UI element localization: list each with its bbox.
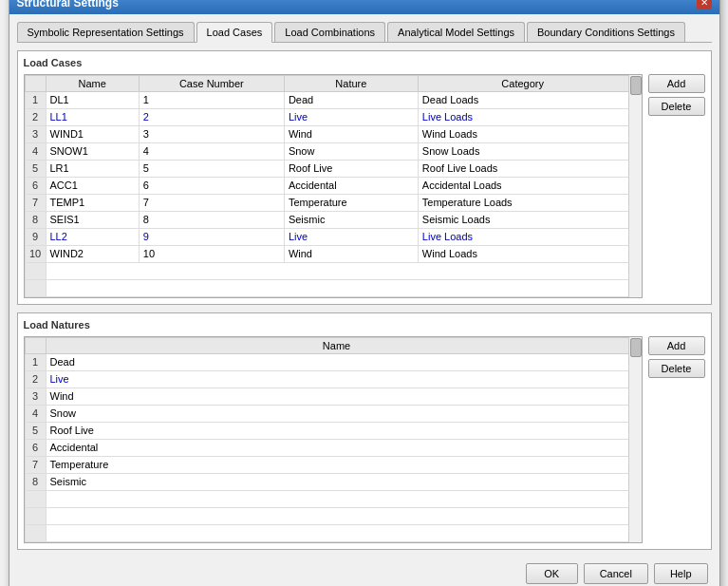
row-num: 8 [25,211,46,228]
row-nature: Seismic [284,211,418,228]
empty-row-num [25,524,46,541]
load-natures-scrollbar-thumb [630,338,642,357]
row-num: 3 [25,125,46,142]
load-cases-header-row: Name Case Number Nature Category [25,75,641,91]
row-num: 7 [25,194,46,211]
table-row[interactable]: 1 Dead [25,353,641,370]
help-button[interactable]: Help [654,563,708,584]
main-content: Symbolic Representation Settings Load Ca… [9,14,719,587]
row-num: 6 [25,177,46,194]
row-category: Snow Loads [418,142,641,160]
table-row[interactable]: 4 SNOW1 4 Snow Snow Loads [25,142,641,160]
row-nature: Snow [284,142,418,160]
row-name: WIND1 [46,125,139,142]
row-num: 7 [25,456,46,473]
tab-boundary-conditions-settings[interactable]: Boundary Conditions Settings [527,22,685,42]
col-header-nature-num [25,337,46,353]
row-name: TEMP1 [46,194,139,211]
load-natures-header-row: Name [25,337,641,353]
row-nature: Wind [284,125,418,142]
load-cases-delete-button[interactable]: Delete [648,97,705,116]
cancel-button[interactable]: Cancel [584,563,648,584]
table-row[interactable]: 2 Live [25,370,641,388]
load-cases-buttons: Add Delete [648,74,705,298]
tab-symbolic-representation[interactable]: Symbolic Representation Settings [17,22,195,42]
col-header-nature: Nature [284,75,418,91]
row-category: Wind Loads [418,245,641,262]
table-row[interactable]: 7 Temperature [25,456,641,473]
row-case-number: 7 [139,194,284,211]
row-category: Wind Loads [418,125,641,142]
table-row[interactable]: 2 LL1 2 Live Live Loads [25,108,641,125]
title-bar: Structural Settings ✕ [9,0,719,14]
table-row-empty [25,262,641,279]
row-name: WIND2 [46,245,139,262]
row-name: DL1 [46,91,139,108]
row-name: ACC1 [46,177,139,194]
table-row[interactable]: 9 LL2 9 Live Live Loads [25,228,641,245]
load-natures-buttons: Add Delete [648,336,705,543]
load-cases-label: Load Cases [24,57,705,68]
table-row[interactable]: 3 Wind [25,388,641,405]
row-name: LL1 [46,108,139,125]
load-cases-table: Name Case Number Nature Category 1 DL1 1… [25,75,642,297]
row-name: LL2 [46,228,139,245]
empty-row-num [25,279,46,296]
load-cases-table-wrapper[interactable]: Name Case Number Nature Category 1 DL1 1… [24,74,643,298]
ok-button[interactable]: OK [526,563,578,584]
table-row[interactable]: 6 ACC1 6 Accidental Accidental Loads [25,177,641,194]
tab-load-cases[interactable]: Load Cases [196,22,273,43]
row-name: SNOW1 [46,142,139,160]
table-row[interactable]: 8 Seismic [25,473,641,490]
load-natures-delete-button[interactable]: Delete [648,359,705,378]
row-case-number: 3 [139,125,284,142]
row-num: 4 [25,142,46,160]
window-title: Structural Settings [17,0,119,9]
table-row[interactable]: 4 Snow [25,405,641,422]
row-num: 2 [25,108,46,125]
row-nature: Temperature [284,194,418,211]
row-nature: Roof Live [284,160,418,177]
table-row-empty [25,507,641,524]
load-natures-table-wrapper[interactable]: Name 1 Dead 2 Live 3 Wind 4 Snow 5 Roof … [24,336,643,543]
row-num: 2 [25,370,46,388]
load-cases-scrollbar-thumb [630,76,642,95]
empty-row-num [25,507,46,524]
table-row[interactable]: 6 Accidental [25,439,641,456]
col-header-name: Name [46,75,139,91]
row-nature: Dead [284,91,418,108]
table-row[interactable]: 5 LR1 5 Roof Live Roof Live Loads [25,160,641,177]
row-category: Seismic Loads [418,211,641,228]
load-natures-section: Load Natures Name 1 Dead 2 Li [17,312,712,550]
row-case-number: 10 [139,245,284,262]
row-num: 10 [25,245,46,262]
row-num: 9 [25,228,46,245]
load-cases-scrollbar[interactable] [628,75,642,297]
table-row[interactable]: 7 TEMP1 7 Temperature Temperature Loads [25,194,641,211]
table-row[interactable]: 8 SEIS1 8 Seismic Seismic Loads [25,211,641,228]
row-case-number: 4 [139,142,284,160]
empty-row-num [25,262,46,279]
structural-settings-window: Structural Settings ✕ Symbolic Represent… [9,0,720,586]
table-row[interactable]: 3 WIND1 3 Wind Wind Loads [25,125,641,142]
row-num: 4 [25,405,46,422]
row-nature: Accidental [284,177,418,194]
table-row[interactable]: 5 Roof Live [25,422,641,439]
tab-analytical-model-settings[interactable]: Analytical Model Settings [387,22,525,42]
close-button[interactable]: ✕ [697,0,712,9]
col-header-num [25,75,46,91]
tab-load-combinations[interactable]: Load Combinations [274,22,385,42]
row-num: 8 [25,473,46,490]
load-natures-table: Name 1 Dead 2 Live 3 Wind 4 Snow 5 Roof … [25,337,642,542]
row-num: 1 [25,353,46,370]
table-row[interactable]: 10 WIND2 10 Wind Wind Loads [25,245,641,262]
row-num: 5 [25,160,46,177]
row-case-number: 9 [139,228,284,245]
table-row[interactable]: 1 DL1 1 Dead Dead Loads [25,91,641,108]
load-natures-scrollbar[interactable] [628,337,642,542]
row-category: Live Loads [418,228,641,245]
row-category: Accidental Loads [418,177,641,194]
load-cases-add-button[interactable]: Add [648,74,705,93]
load-natures-add-button[interactable]: Add [648,336,705,355]
row-name: Dead [46,353,641,370]
